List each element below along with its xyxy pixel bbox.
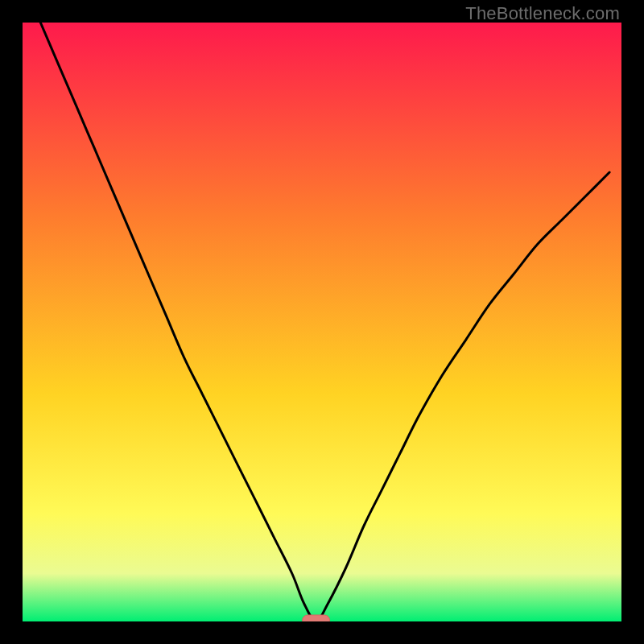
- gradient-background: [23, 23, 621, 621]
- watermark-text: TheBottleneck.com: [465, 3, 620, 24]
- chart-frame: [23, 23, 621, 621]
- min-marker: [303, 615, 330, 621]
- bottleneck-chart: [23, 23, 621, 621]
